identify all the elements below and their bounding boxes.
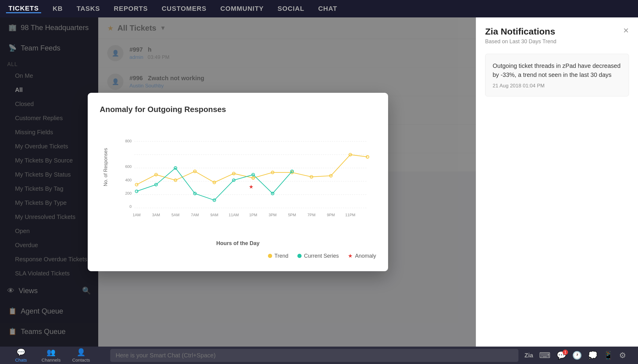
bottom-nav: 💬 Chats 👥 Channels 👤 Contacts [6, 348, 104, 362]
svg-text:9AM: 9AM [210, 213, 218, 217]
nav-social[interactable]: SOCIAL [275, 5, 307, 13]
nav-tickets[interactable]: TICKETS [6, 5, 41, 13]
nav-kb[interactable]: KB [50, 5, 65, 13]
speech-icon[interactable]: 💭 [588, 351, 597, 360]
modal-title: Anomaly for Outgoing Responses [100, 105, 376, 114]
svg-text:5PM: 5PM [288, 213, 296, 217]
svg-text:7PM: 7PM [308, 213, 316, 217]
bottom-nav-channels[interactable]: 👥 Channels [36, 348, 66, 362]
contacts-icon: 👤 [77, 348, 86, 356]
svg-text:1PM: 1PM [249, 213, 257, 217]
chats-label: Chats [15, 357, 27, 362]
contacts-label: Contacts [72, 357, 90, 362]
right-panel: Zia Notifications Based on Last 30 Days … [476, 17, 638, 347]
anomaly-star-icon: ★ [249, 184, 254, 190]
clock-icon[interactable]: 🕐 [572, 351, 582, 360]
smart-chat-input[interactable] [110, 349, 518, 362]
legend-anomaly: ★ Anomaly [348, 253, 376, 259]
chat-bubble-icon[interactable]: 💬 1 [557, 351, 566, 360]
legend-trend: Trend [268, 253, 288, 259]
nav-customers[interactable]: CUSTOMERS [159, 5, 209, 13]
trend-dot [268, 254, 272, 258]
chats-icon: 💬 [17, 348, 26, 356]
svg-text:11AM: 11AM [229, 213, 239, 217]
svg-text:600: 600 [125, 164, 132, 169]
legend-current: Current Series [297, 253, 339, 259]
svg-text:3AM: 3AM [152, 213, 160, 217]
settings-icon[interactable]: ⚙ [619, 351, 626, 360]
svg-text:9PM: 9PM [327, 213, 335, 217]
notification-date: 21 Aug 2018 01:04 PM [493, 83, 621, 89]
phone-icon[interactable]: 📱 [603, 351, 613, 360]
bottom-nav-chats[interactable]: 💬 Chats [6, 348, 36, 362]
nav-reports[interactable]: REPORTS [111, 5, 150, 13]
zia-icon[interactable]: Zia [524, 352, 533, 359]
svg-text:200: 200 [125, 191, 132, 196]
modal-overlay: Anomaly for Outgoing Responses No. of Re… [0, 17, 476, 347]
anomaly-legend-icon: ★ [348, 253, 353, 259]
keyboard-icon[interactable]: ⌨ [539, 351, 551, 360]
svg-text:1AM: 1AM [133, 213, 141, 217]
top-navigation: TICKETS KB TASKS REPORTS CUSTOMERS COMMU… [0, 0, 638, 17]
notification-card: Outgoing ticket threads in zPad have dec… [485, 54, 629, 96]
legend-trend-label: Trend [275, 253, 288, 259]
chart-x-label: Hours of the Day [100, 240, 376, 247]
bottom-bar: 💬 Chats 👥 Channels 👤 Contacts Zia ⌨ 💬 1 … [0, 347, 638, 364]
nav-community[interactable]: COMMUNITY [218, 5, 266, 13]
notification-text: Outgoing ticket threads in zPad have dec… [493, 61, 621, 79]
nav-chat[interactable]: CHAT [316, 5, 339, 13]
svg-text:7AM: 7AM [191, 213, 199, 217]
svg-text:11PM: 11PM [345, 213, 355, 217]
svg-text:5AM: 5AM [172, 213, 180, 217]
bottom-nav-contacts[interactable]: 👤 Contacts [66, 348, 96, 362]
chart-svg: 800 600 400 200 0 1AM 3AM 5AM 7AM 9AM 11… [118, 123, 373, 237]
chart-y-label: No. of Responses [103, 174, 108, 186]
svg-text:400: 400 [125, 178, 132, 182]
legend-anomaly-label: Anomaly [355, 253, 376, 259]
zia-notifications-subtitle: Based on Last 30 Days Trend [485, 38, 556, 45]
svg-text:0: 0 [129, 204, 132, 209]
anomaly-modal: Anomaly for Outgoing Responses No. of Re… [88, 93, 388, 271]
legend-current-label: Current Series [304, 253, 339, 259]
chart-legend: Trend Current Series ★ Anomaly [100, 253, 376, 259]
channels-icon: 👥 [47, 348, 56, 356]
current-dot [297, 254, 302, 258]
chart-area: 800 600 400 200 0 1AM 3AM 5AM 7AM 9AM 11… [118, 123, 373, 237]
nav-tasks[interactable]: TASKS [74, 5, 102, 13]
svg-text:800: 800 [125, 139, 132, 143]
chat-badge: 1 [563, 350, 568, 355]
smart-chat-area [104, 349, 524, 362]
close-panel-button[interactable]: ✕ [623, 26, 629, 35]
channels-label: Channels [41, 357, 60, 362]
bottom-right-icons: Zia ⌨ 💬 1 🕐 💭 📱 ⚙ [524, 351, 632, 360]
svg-text:3PM: 3PM [269, 213, 277, 217]
zia-notifications-title: Zia Notifications [485, 26, 556, 37]
right-panel-header: Zia Notifications Based on Last 30 Days … [476, 17, 638, 48]
